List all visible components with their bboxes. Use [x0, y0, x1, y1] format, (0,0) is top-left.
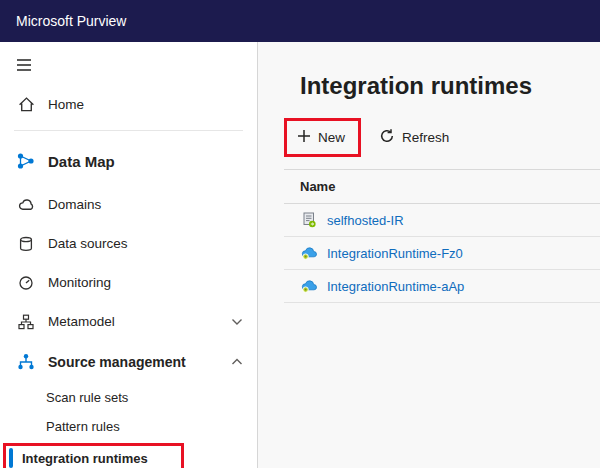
sidebar-item-home[interactable]: Home: [0, 84, 257, 124]
refresh-icon: [379, 128, 395, 147]
table-row[interactable]: IntegrationRuntime-Fz0: [284, 237, 600, 270]
sidebar-item-scan-rule-sets[interactable]: Scan rule sets: [0, 383, 257, 412]
page-title: Integration runtimes: [300, 72, 600, 100]
annotation-box-new: New: [284, 118, 361, 157]
new-button[interactable]: New: [291, 125, 351, 150]
sidebar-item-label: Metamodel: [48, 314, 115, 329]
sidebar-item-label: Scan rule sets: [46, 390, 128, 405]
page-layout: Home Data Map Domains: [0, 42, 600, 468]
runtimes-table: Name selfhosted-IR: [284, 169, 600, 303]
sidebar-item-integration-runtimes[interactable]: Integration runtimes: [3, 443, 184, 468]
sidebar-item-label: Domains: [48, 197, 101, 212]
runtime-link[interactable]: IntegrationRuntime-aAp: [327, 279, 464, 294]
sidebar-item-label: Home: [48, 97, 84, 112]
domains-icon: [16, 196, 36, 213]
sidebar-item-monitoring[interactable]: Monitoring: [0, 263, 257, 302]
runtime-link[interactable]: selfhosted-IR: [327, 213, 404, 228]
refresh-button-label: Refresh: [402, 130, 449, 145]
new-button-label: New: [318, 130, 345, 145]
runtime-link[interactable]: IntegrationRuntime-Fz0: [327, 246, 463, 261]
source-management-icon: [16, 353, 36, 371]
sidebar-item-label: Monitoring: [48, 275, 111, 290]
main-content: Integration runtimes New Refresh: [258, 42, 600, 468]
selfhosted-ir-icon: [300, 212, 318, 228]
chevron-up-icon[interactable]: [231, 358, 243, 366]
table-header: Name: [284, 169, 600, 204]
chevron-down-icon[interactable]: [231, 318, 243, 326]
sidebar-item-label: Integration runtimes: [22, 451, 148, 466]
sidebar-item-label: Data sources: [48, 236, 128, 251]
data-map-icon: [16, 151, 36, 171]
monitoring-icon: [16, 275, 36, 291]
sidebar-item-source-management[interactable]: Source management: [0, 341, 257, 383]
azure-ir-icon: [300, 245, 318, 261]
sidebar: Home Data Map Domains: [0, 42, 258, 468]
refresh-button[interactable]: Refresh: [373, 124, 455, 151]
data-sources-icon: [16, 236, 36, 252]
hamburger-icon: [16, 58, 32, 75]
toolbar: New Refresh: [284, 118, 600, 157]
table-row[interactable]: IntegrationRuntime-aAp: [284, 270, 600, 303]
topbar: Microsoft Purview: [0, 0, 600, 42]
sidebar-item-label: Data Map: [48, 153, 115, 170]
table-row[interactable]: selfhosted-IR: [284, 204, 600, 237]
app-title: Microsoft Purview: [16, 13, 126, 29]
sidebar-item-domains[interactable]: Domains: [0, 185, 257, 224]
hamburger-menu-button[interactable]: [0, 50, 40, 84]
selection-indicator: [9, 448, 13, 468]
azure-ir-icon: [300, 278, 318, 294]
metamodel-icon: [16, 314, 36, 330]
sidebar-item-label: Pattern rules: [46, 419, 120, 434]
plus-icon: [297, 129, 311, 146]
sidebar-item-data-sources[interactable]: Data sources: [0, 224, 257, 263]
sidebar-item-metamodel[interactable]: Metamodel: [0, 302, 257, 341]
sidebar-item-data-map[interactable]: Data Map: [0, 137, 257, 185]
sidebar-divider: [14, 130, 243, 131]
sidebar-item-label: Source management: [48, 354, 186, 370]
name-column-header: Name: [300, 179, 335, 194]
sidebar-item-pattern-rules[interactable]: Pattern rules: [0, 412, 257, 441]
home-icon: [16, 96, 36, 113]
